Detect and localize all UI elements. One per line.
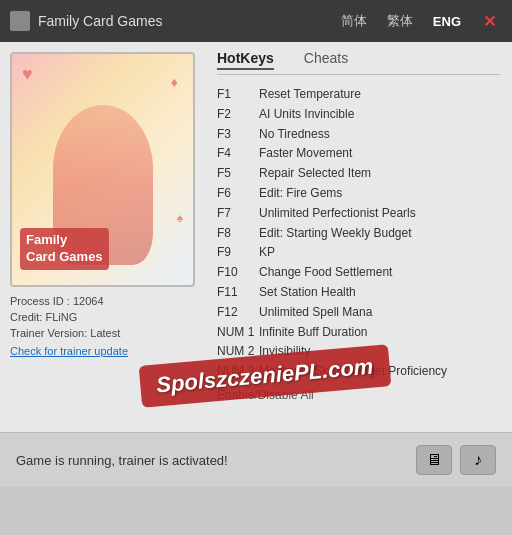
enable-all-row: Enable/Disable All	[217, 388, 500, 402]
game-icon	[10, 11, 30, 31]
hotkey-row: F8Edit: Starting Weekly Budget	[217, 224, 500, 244]
hotkey-key: F9	[217, 243, 255, 263]
hotkey-row: F2AI Units Invincible	[217, 105, 500, 125]
hotkey-desc: KP	[259, 243, 275, 263]
hotkey-key: F4	[217, 144, 255, 164]
main-area: ♥ ♦ ♠ FamilyCard Games Process ID : 1206…	[0, 42, 512, 432]
hotkey-key: F10	[217, 263, 255, 283]
deco-heart-1: ♥	[22, 64, 33, 85]
hotkey-row: F5Repair Selected Item	[217, 164, 500, 184]
status-bar: Game is running, trainer is activated! 🖥…	[0, 432, 512, 487]
trainer-version: Trainer Version: Latest	[10, 327, 195, 339]
lang-simplified[interactable]: 简体	[337, 10, 371, 32]
tab-bar: HotKeys Cheats	[217, 50, 500, 75]
music-icon-button[interactable]: ♪	[460, 445, 496, 475]
deco-heart-2: ♦	[171, 74, 178, 90]
hotkey-row: F12Unlimited Spell Mana	[217, 303, 500, 323]
hotkey-key: NUM 3	[217, 362, 255, 382]
hotkey-key: F3	[217, 125, 255, 145]
hotkey-desc: No Tiredness	[259, 125, 330, 145]
update-link[interactable]: Check for trainer update	[10, 345, 128, 357]
music-icon: ♪	[474, 451, 482, 469]
lang-traditional[interactable]: 繁体	[383, 10, 417, 32]
hotkey-desc: Reset Temperature	[259, 85, 361, 105]
hotkey-row: F3No Tiredness	[217, 125, 500, 145]
lang-english[interactable]: ENG	[429, 12, 465, 31]
info-section: Process ID : 12064 Credit: FLiNG Trainer…	[10, 287, 195, 359]
hotkey-row: F11Set Station Health	[217, 283, 500, 303]
language-bar: 简体 繁体 ENG ✕	[337, 10, 502, 33]
title-bar: Family Card Games 简体 繁体 ENG ✕	[0, 0, 512, 42]
hotkey-row: F4Faster Movement	[217, 144, 500, 164]
app-title: Family Card Games	[38, 13, 162, 29]
credit-label: Credit: FLiNG	[10, 311, 195, 323]
hotkey-desc: Unlimited Perfectionist Pearls	[259, 204, 416, 224]
hotkey-key: F8	[217, 224, 255, 244]
hotkey-key: F5	[217, 164, 255, 184]
deco-heart-3: ♠	[177, 211, 183, 225]
game-art-title: FamilyCard Games	[20, 228, 109, 270]
left-panel: ♥ ♦ ♠ FamilyCard Games Process ID : 1206…	[0, 42, 205, 432]
hotkey-desc: Faster Movement	[259, 144, 352, 164]
hotkey-row: NUM 1Infinite Buff Duration	[217, 323, 500, 343]
hotkey-desc: AI Units Invincible	[259, 105, 354, 125]
enable-all-label: Enable/Disable All	[217, 388, 314, 402]
game-art: ♥ ♦ ♠ FamilyCard Games	[10, 52, 195, 287]
hotkey-row: F6Edit: Fire Gems	[217, 184, 500, 204]
hotkey-key: F11	[217, 283, 255, 303]
hotkey-row: F7Unlimited Perfectionist Pearls	[217, 204, 500, 224]
hotkey-row: F9KP	[217, 243, 500, 263]
hotkey-key: F1	[217, 85, 255, 105]
hotkey-desc: Unlimited Spell Mana	[259, 303, 372, 323]
hotkeys-list: F1Reset TemperatureF2AI Units Invincible…	[217, 85, 500, 382]
hotkey-desc: Repair Selected Item	[259, 164, 371, 184]
hotkey-key: F7	[217, 204, 255, 224]
hotkey-key: NUM 2	[217, 342, 255, 362]
hotkey-row: NUM 2Invisibility	[217, 342, 500, 362]
hotkey-desc: Infinite Buff Duration	[259, 323, 368, 343]
hotkey-key: NUM 1	[217, 323, 255, 343]
hotkey-desc: Edit: Starting Weekly Budget	[259, 224, 412, 244]
close-button[interactable]: ✕	[477, 10, 502, 33]
hotkey-row: NUM 3Maximum Skills/Gadget Proficiency	[217, 362, 500, 382]
hotkey-desc: Set Station Health	[259, 283, 356, 303]
tab-cheats[interactable]: Cheats	[304, 50, 348, 70]
hotkey-desc: Change Food Settlement	[259, 263, 392, 283]
hotkey-row: F1Reset Temperature	[217, 85, 500, 105]
tab-hotkeys[interactable]: HotKeys	[217, 50, 274, 70]
hotkey-key: F12	[217, 303, 255, 323]
monitor-icon: 🖥	[426, 451, 442, 469]
hotkey-desc: Maximum Skills/Gadget Proficiency	[259, 362, 447, 382]
right-panel: HotKeys Cheats F1Reset TemperatureF2AI U…	[205, 42, 512, 432]
monitor-icon-button[interactable]: 🖥	[416, 445, 452, 475]
hotkey-desc: Invisibility	[259, 342, 310, 362]
hotkey-row: F10Change Food Settlement	[217, 263, 500, 283]
hotkey-key: F2	[217, 105, 255, 125]
hotkey-key: F6	[217, 184, 255, 204]
process-id: Process ID : 12064	[10, 295, 195, 307]
status-text: Game is running, trainer is activated!	[16, 453, 228, 468]
hotkey-desc: Edit: Fire Gems	[259, 184, 342, 204]
status-icons: 🖥 ♪	[416, 445, 496, 475]
